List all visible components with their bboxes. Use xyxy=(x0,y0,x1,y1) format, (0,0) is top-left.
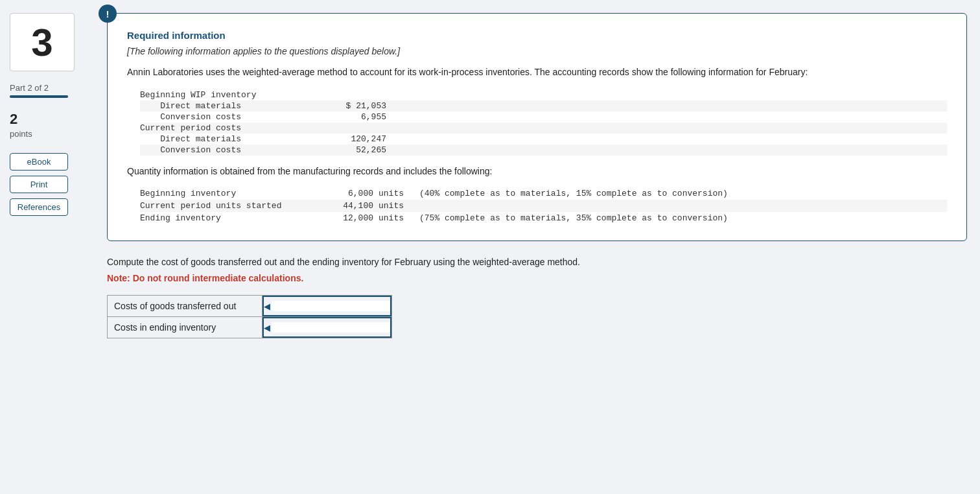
part-progress-fill xyxy=(10,95,68,98)
print-button[interactable]: Print xyxy=(10,176,68,193)
table-row: Costs in ending inventory ◀ xyxy=(108,317,392,338)
qty-row-1: Current period units started 44,100 unit… xyxy=(140,200,947,212)
main-content: ! Required information [The following in… xyxy=(100,0,980,494)
triangle-marker-2: ◀ xyxy=(264,323,270,333)
note-red: Note: Do not round intermediate calculat… xyxy=(107,273,967,283)
cost-row-4: Direct materials 120,247 xyxy=(140,134,947,145)
table-row: Costs of goods transferred out ◀ xyxy=(108,296,392,317)
points-text: points xyxy=(10,129,32,139)
sidebar: 3 Part 2 of 2 2 points eBook Print Refer… xyxy=(0,0,100,494)
cost-row-5: Conversion costs 52,265 xyxy=(140,145,947,156)
points-value: 2 xyxy=(10,111,18,128)
intro-paragraph: Annin Laboratories uses the weighted-ave… xyxy=(127,65,947,79)
part-label: Part 2 of 2 xyxy=(10,83,49,93)
cost-ending-input-cell[interactable]: ◀ xyxy=(262,317,392,338)
question-number-box: 3 xyxy=(10,13,75,71)
info-icon: ! xyxy=(99,5,117,23)
qty-row-2: Ending inventory 12,000 units (75% compl… xyxy=(140,212,947,224)
cost-ending-input[interactable] xyxy=(272,322,390,333)
italic-note: [The following information applies to th… xyxy=(127,46,947,56)
compute-section: Compute the cost of goods transferred ou… xyxy=(107,255,967,338)
ebook-button[interactable]: eBook xyxy=(10,153,68,171)
part-progress-bar xyxy=(10,95,68,98)
cost-ending-label: Costs in ending inventory xyxy=(108,317,262,338)
answer-table: Costs of goods transferred out ◀ Costs i… xyxy=(107,295,392,338)
triangle-marker-1: ◀ xyxy=(264,301,270,311)
cost-row-1: Direct materials $ 21,053 xyxy=(140,100,947,112)
qty-row-0: Beginning inventory 6,000 units (40% com… xyxy=(140,187,947,200)
cost-transferred-input[interactable] xyxy=(272,301,390,311)
cost-row-3: Current period costs xyxy=(140,123,947,134)
quantity-paragraph: Quantity information is obtained from th… xyxy=(127,165,947,178)
cost-transferred-input-wrapper[interactable]: ◀ xyxy=(262,296,391,316)
cost-row-0: Beginning WIP inventory xyxy=(140,89,947,100)
references-button[interactable]: References xyxy=(10,198,68,216)
cost-table: Beginning WIP inventory Direct materials… xyxy=(140,89,947,156)
info-card: ! Required information [The following in… xyxy=(107,13,967,241)
question-number: 3 xyxy=(31,20,52,65)
cost-transferred-input-cell[interactable]: ◀ xyxy=(262,296,392,317)
cost-ending-input-wrapper[interactable]: ◀ xyxy=(262,317,391,338)
compute-paragraph: Compute the cost of goods transferred ou… xyxy=(107,255,967,269)
quantity-table: Beginning inventory 6,000 units (40% com… xyxy=(140,187,947,224)
cost-transferred-label: Costs of goods transferred out xyxy=(108,296,262,317)
required-info-title: Required information xyxy=(127,30,947,41)
cost-row-2: Conversion costs 6,955 xyxy=(140,112,947,123)
